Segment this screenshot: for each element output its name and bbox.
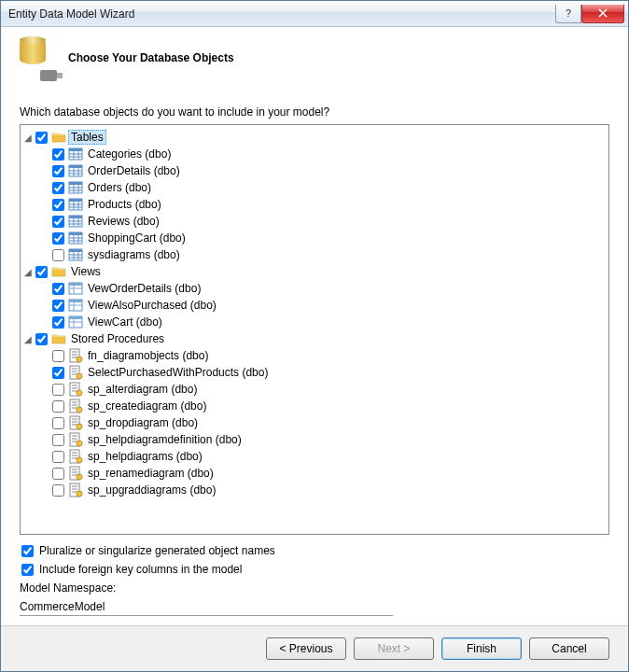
item-label[interactable]: sp_helpdiagramdefinition (dbo) bbox=[85, 432, 245, 447]
group-label-views[interactable]: Views bbox=[68, 264, 104, 279]
item-label[interactable]: sp_upgraddiagrams (dbo) bbox=[85, 483, 218, 497]
item-checkbox[interactable] bbox=[52, 148, 64, 161]
item-label[interactable]: Orders (dbo) bbox=[85, 180, 154, 195]
sp-icon bbox=[68, 399, 83, 413]
svg-rect-47 bbox=[69, 300, 82, 302]
table-icon bbox=[68, 163, 83, 178]
item-checkbox[interactable] bbox=[52, 400, 64, 413]
page-title: Choose Your Database Objects bbox=[68, 51, 234, 64]
svg-point-68 bbox=[77, 390, 82, 396]
item-label[interactable]: sp_dropdiagram (dbo) bbox=[85, 415, 201, 430]
item-checkbox[interactable] bbox=[52, 249, 64, 261]
help-button[interactable]: ? bbox=[555, 5, 581, 23]
group-checkbox-sprocs[interactable] bbox=[35, 333, 48, 345]
svg-point-88 bbox=[77, 457, 82, 463]
svg-point-93 bbox=[77, 474, 82, 480]
foreign-key-checkbox[interactable] bbox=[21, 564, 34, 576]
svg-rect-37 bbox=[69, 249, 82, 252]
folder-icon bbox=[51, 331, 66, 346]
group-label-sprocs[interactable]: Stored Procedures bbox=[68, 331, 167, 346]
svg-rect-43 bbox=[69, 283, 82, 286]
item-label[interactable]: ViewCart (dbo) bbox=[85, 315, 165, 329]
view-icon bbox=[68, 281, 83, 296]
item-label[interactable]: Products (dbo) bbox=[85, 197, 164, 212]
sp-icon bbox=[68, 365, 83, 380]
item-checkbox[interactable] bbox=[52, 451, 64, 463]
svg-rect-25 bbox=[69, 216, 82, 218]
close-button[interactable] bbox=[581, 5, 624, 23]
previous-button[interactable]: < Previous bbox=[266, 637, 346, 660]
foreign-key-label: Include foreign key columns in the model bbox=[39, 563, 242, 576]
svg-rect-19 bbox=[69, 199, 82, 202]
table-icon bbox=[68, 180, 83, 195]
svg-point-63 bbox=[77, 373, 82, 379]
view-icon bbox=[68, 298, 83, 313]
svg-point-73 bbox=[77, 407, 82, 413]
namespace-input[interactable] bbox=[20, 598, 393, 616]
item-checkbox[interactable] bbox=[52, 367, 64, 379]
item-label[interactable]: sp_renamediagram (dbo) bbox=[85, 466, 217, 481]
next-button[interactable]: Next > bbox=[354, 637, 434, 660]
group-checkbox-tables[interactable] bbox=[35, 132, 48, 144]
item-label[interactable]: sp_alterdiagram (dbo) bbox=[85, 382, 200, 397]
objects-tree[interactable]: ◢TablesCategories (dbo)OrderDetails (dbo… bbox=[20, 124, 609, 535]
database-icon bbox=[20, 38, 53, 83]
cancel-button[interactable]: Cancel bbox=[529, 637, 609, 660]
item-checkbox[interactable] bbox=[52, 384, 64, 396]
item-checkbox[interactable] bbox=[52, 199, 64, 211]
svg-rect-31 bbox=[69, 232, 82, 235]
view-icon bbox=[68, 315, 83, 329]
table-icon bbox=[68, 214, 83, 229]
expander-icon[interactable]: ◢ bbox=[22, 267, 34, 277]
svg-rect-1 bbox=[69, 148, 82, 151]
item-checkbox[interactable] bbox=[52, 232, 64, 245]
item-label[interactable]: Categories (dbo) bbox=[85, 147, 174, 161]
sp-icon bbox=[68, 415, 83, 430]
prompt-text: Which database objects do you want to in… bbox=[20, 105, 609, 119]
namespace-label: Model Namespace: bbox=[20, 581, 609, 595]
item-label[interactable]: ViewAlsoPurchased (dbo) bbox=[85, 298, 219, 313]
item-checkbox[interactable] bbox=[52, 216, 64, 228]
item-checkbox[interactable] bbox=[52, 165, 64, 177]
table-icon bbox=[68, 231, 83, 245]
sp-icon bbox=[68, 382, 83, 397]
item-checkbox[interactable] bbox=[52, 182, 64, 194]
finish-button[interactable]: Finish bbox=[441, 637, 522, 660]
svg-point-83 bbox=[77, 441, 82, 446]
wizard-dialog: Entity Data Model Wizard ? Choose Your D… bbox=[0, 0, 629, 672]
group-checkbox-views[interactable] bbox=[35, 266, 48, 278]
item-label[interactable]: sp_creatediagram (dbo) bbox=[85, 399, 209, 413]
item-checkbox[interactable] bbox=[52, 316, 64, 329]
button-bar: < Previous Next > Finish Cancel bbox=[1, 625, 628, 671]
item-label[interactable]: SelectPurchasedWithProducts (dbo) bbox=[85, 365, 271, 380]
item-checkbox[interactable] bbox=[52, 434, 64, 446]
expander-icon[interactable]: ◢ bbox=[22, 334, 34, 344]
table-icon bbox=[68, 147, 83, 161]
sp-icon bbox=[68, 348, 83, 363]
item-label[interactable]: fn_diagramobjects (dbo) bbox=[85, 348, 211, 363]
group-label-tables[interactable]: Tables bbox=[68, 130, 106, 145]
sp-icon bbox=[68, 466, 83, 481]
table-icon bbox=[68, 247, 83, 262]
item-checkbox[interactable] bbox=[52, 484, 64, 497]
item-label[interactable]: sp_helpdiagrams (dbo) bbox=[85, 449, 205, 464]
pluralize-checkbox[interactable] bbox=[21, 545, 34, 557]
item-checkbox[interactable] bbox=[52, 283, 64, 295]
svg-point-98 bbox=[77, 491, 82, 497]
sp-icon bbox=[68, 432, 83, 447]
item-label[interactable]: Reviews (dbo) bbox=[85, 214, 162, 229]
item-checkbox[interactable] bbox=[52, 350, 64, 362]
svg-point-58 bbox=[77, 357, 82, 362]
item-label[interactable]: OrderDetails (dbo) bbox=[85, 163, 183, 178]
pluralize-label: Pluralize or singularize generated objec… bbox=[39, 544, 275, 557]
item-label[interactable]: VewOrderDetails (dbo) bbox=[85, 281, 203, 296]
item-checkbox[interactable] bbox=[52, 468, 64, 480]
svg-rect-13 bbox=[69, 182, 82, 185]
item-label[interactable]: sysdiagrams (dbo) bbox=[85, 247, 183, 262]
item-checkbox[interactable] bbox=[52, 417, 64, 429]
folder-icon bbox=[51, 130, 66, 145]
item-label[interactable]: ShoppingCart (dbo) bbox=[85, 231, 189, 245]
window-title: Entity Data Model Wizard bbox=[8, 7, 555, 21]
expander-icon[interactable]: ◢ bbox=[22, 133, 34, 143]
item-checkbox[interactable] bbox=[52, 300, 64, 312]
